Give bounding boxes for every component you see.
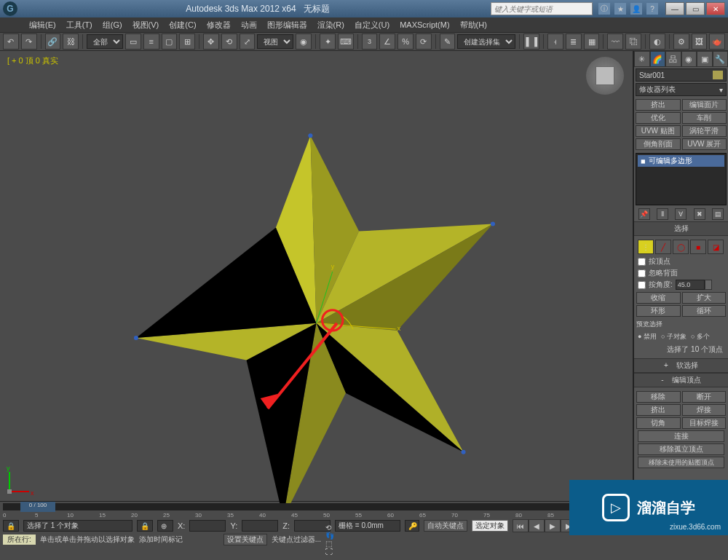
use-pivot-button[interactable]: ◉ (296, 33, 312, 50)
mod-bevelprofile-button[interactable]: 倒角剖面 (636, 138, 681, 150)
add-time-tag-button[interactable]: 添加时间标记 (139, 535, 219, 545)
time-marker[interactable]: 0 / 100 (20, 502, 55, 512)
chamfer-button[interactable]: 切角 (636, 417, 681, 429)
redo-button[interactable]: ↷ (21, 33, 37, 50)
help-search-input[interactable] (491, 2, 593, 15)
infocenter-icon[interactable]: ⓘ (598, 3, 610, 15)
select-name-button[interactable]: ≡ (143, 33, 159, 50)
subobj-border[interactable]: ◯ (673, 240, 689, 254)
auto-key-button[interactable]: 自动关键点 (424, 520, 467, 532)
menu-maxscript[interactable]: MAXScript(M) (400, 20, 449, 29)
mod-uvwunwrap-button[interactable]: UVW 展开 (682, 138, 727, 150)
signin-icon[interactable]: 👤 (630, 3, 642, 15)
x-input[interactable] (189, 520, 226, 532)
stack-item-editpoly[interactable]: 可编辑多边形 (638, 155, 724, 167)
loop-button[interactable]: 循环 (682, 305, 727, 317)
key-filters-button[interactable]: 关键点过滤器... (272, 535, 321, 545)
selected-set-dropdown[interactable]: 选定对象 (472, 520, 508, 532)
maximize-button[interactable]: ▭ (686, 2, 705, 15)
graphite-button[interactable]: ▦ (584, 33, 600, 50)
menu-help[interactable]: 帮助(H) (460, 20, 487, 31)
by-vertex-checkbox[interactable]: 按顶点 (636, 256, 726, 267)
minimize-button[interactable]: — (665, 2, 684, 15)
transform-lock-icon[interactable]: 🔒 (137, 520, 153, 532)
tab-create[interactable]: ✳ (634, 51, 650, 67)
remove-modifier-icon[interactable]: ✖ (694, 208, 705, 220)
modifier-stack[interactable]: 可编辑多边形 (636, 153, 727, 205)
remove-unused-button[interactable]: 移除未使用的贴图顶点 (638, 457, 724, 468)
configure-sets-icon[interactable]: ▤ (712, 208, 724, 220)
absolute-mode-icon[interactable]: ⊕ (157, 520, 173, 532)
subobj-vertex[interactable]: ⋮ (638, 240, 654, 254)
rollout-selection-header[interactable]: 选择 (634, 222, 728, 236)
by-angle-row[interactable]: 按角度: (636, 279, 726, 291)
prev-frame-button[interactable]: ◀ (529, 519, 545, 532)
set-key-button[interactable]: 设置关键点 (223, 534, 267, 545)
material-editor-button[interactable]: ◐ (649, 33, 665, 50)
mod-editpatch-button[interactable]: 编辑面片 (682, 99, 727, 111)
render-setup-button[interactable]: ⚙ (673, 33, 689, 50)
selection-filter[interactable]: 全部 (87, 34, 123, 49)
zoom-region-button[interactable]: ⬚ (325, 540, 334, 548)
preview-off-radio[interactable]: ● 禁用 (638, 332, 657, 342)
break-button[interactable]: 断开 (682, 391, 727, 403)
lock-selection-button[interactable]: 🔒 (3, 520, 19, 532)
layer-manager-button[interactable]: ≣ (566, 33, 582, 50)
favorites-icon[interactable]: ★ (614, 3, 626, 15)
select-scale-button[interactable]: ⤢ (240, 33, 256, 50)
rollout-editverts-header[interactable]: - 编辑顶点 (634, 374, 728, 387)
named-selection-set[interactable]: 创建选择集 (457, 34, 515, 49)
mod-turbosmooth-button[interactable]: 涡轮平滑 (682, 125, 727, 137)
arc-rotate-button[interactable]: ⟲ (325, 524, 334, 532)
ignore-backfacing-checkbox[interactable]: 忽略背面 (636, 267, 726, 279)
edit-named-sel-button[interactable]: ✎ (440, 33, 456, 50)
menu-edit[interactable]: 编辑(E) (29, 20, 56, 31)
tab-modify[interactable]: 🌈 (650, 51, 666, 67)
menu-tools[interactable]: 工具(T) (66, 20, 92, 31)
tab-hierarchy[interactable]: 品 (665, 51, 681, 67)
mod-lathe-button[interactable]: 车削 (682, 112, 727, 124)
render-button[interactable]: 🫖 (709, 33, 725, 50)
rendered-frame-button[interactable]: 🖼 (692, 33, 708, 50)
select-rect-button[interactable]: ▢ (162, 33, 178, 50)
modifier-list-dropdown[interactable]: 修改器列表▾ (636, 83, 727, 96)
key-icon[interactable]: 🔑 (405, 520, 419, 532)
tab-utilities[interactable]: 🔧 (713, 51, 729, 67)
menu-customize[interactable]: 自定义(U) (355, 20, 389, 31)
walk-button[interactable]: 👣 (325, 532, 334, 540)
select-rotate-button[interactable]: ⟲ (221, 33, 237, 50)
window-crossing-button[interactable]: ⊞ (179, 33, 195, 50)
select-manipulate-button[interactable]: ✦ (320, 33, 336, 50)
weld-button[interactable]: 焊接 (682, 404, 727, 416)
tab-motion[interactable]: ◉ (681, 51, 697, 67)
link-button[interactable]: 🔗 (45, 33, 61, 50)
remove-iso-button[interactable]: 移除孤立顶点 (638, 443, 724, 455)
spinner-snap-button[interactable]: ⟳ (416, 33, 432, 50)
pin-stack-icon[interactable]: 📌 (638, 208, 650, 220)
target-weld-button[interactable]: 目标焊接 (682, 417, 727, 429)
play-button[interactable]: ▶ (545, 519, 561, 532)
undo-button[interactable]: ↶ (3, 33, 19, 50)
menu-modifiers[interactable]: 修改器 (207, 20, 231, 31)
select-move-button[interactable]: ✥ (203, 33, 219, 50)
menu-animation[interactable]: 动画 (241, 20, 257, 31)
snap-toggle-button[interactable]: 3 (362, 33, 378, 50)
ring-button[interactable]: 环形 (636, 305, 681, 317)
object-name-field[interactable]: Star001 (636, 68, 727, 82)
max-toggle-button[interactable]: ⛶ (325, 548, 334, 556)
angle-snap-button[interactable]: ∠ (379, 33, 395, 50)
align-button[interactable]: ⫞ (547, 33, 563, 50)
make-unique-icon[interactable]: ∀ (675, 208, 687, 220)
unlink-button[interactable]: ⛓ (63, 33, 79, 50)
subobj-element[interactable]: ◪ (708, 240, 724, 254)
close-button[interactable]: ✕ (706, 2, 725, 15)
menu-create[interactable]: 创建(C) (169, 20, 196, 31)
help-icon[interactable]: ? (646, 3, 658, 15)
preview-multi-radio[interactable]: ○ 多个 (691, 332, 710, 342)
schematic-view-button[interactable]: ⿻ (625, 33, 641, 50)
mod-extrude-button[interactable]: 挤出 (636, 99, 681, 111)
shrink-button[interactable]: 收缩 (636, 292, 681, 304)
grow-button[interactable]: 扩大 (682, 292, 727, 304)
mod-optimize-button[interactable]: 优化 (636, 112, 681, 124)
subobj-edge[interactable]: ╱ (655, 240, 671, 254)
